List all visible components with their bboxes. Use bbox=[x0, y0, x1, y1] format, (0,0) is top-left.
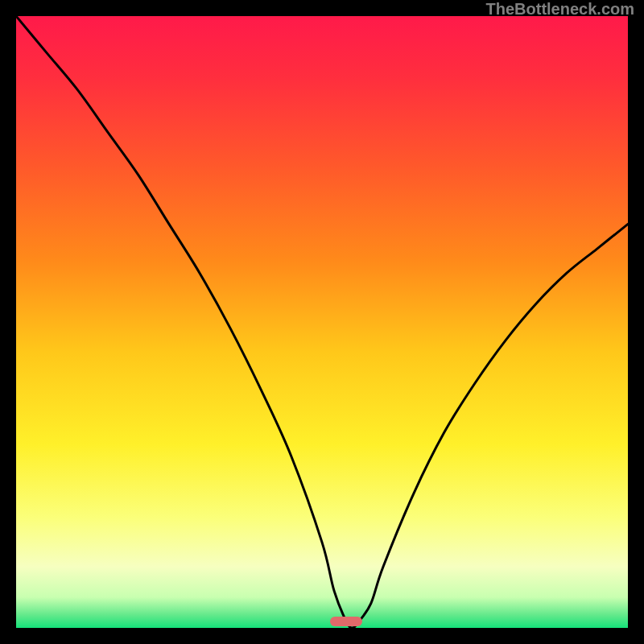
optimal-marker bbox=[330, 617, 362, 626]
plot-area bbox=[16, 16, 628, 628]
chart-frame: TheBottleneck.com bbox=[0, 0, 644, 644]
bottleneck-curve bbox=[16, 16, 628, 628]
watermark-text: TheBottleneck.com bbox=[486, 0, 634, 19]
